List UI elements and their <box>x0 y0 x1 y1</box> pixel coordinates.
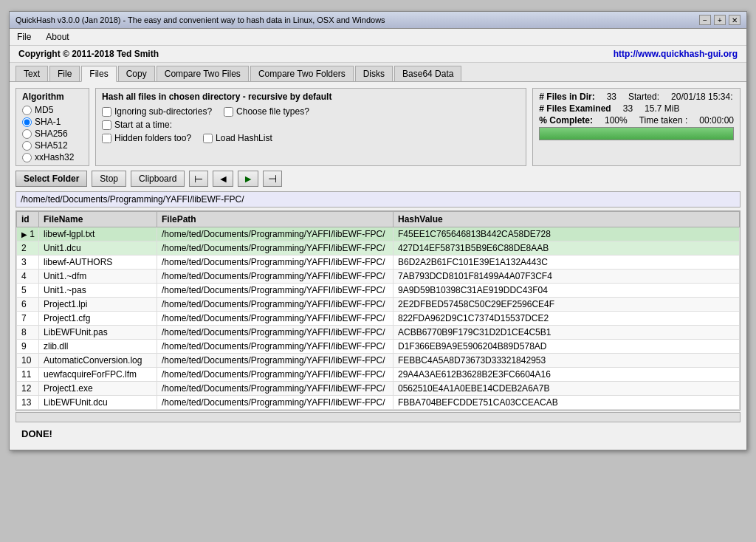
main-window: QuickHash v3.0.0 (Jan 2018) - The easy a… <box>9 11 747 450</box>
select-folder-button[interactable]: Select Folder <box>16 171 87 187</box>
title-bar: QuickHash v3.0.0 (Jan 2018) - The easy a… <box>10 12 746 29</box>
table-row[interactable]: 10AutomaticConversion.log/home/ted/Docum… <box>17 354 740 368</box>
checkbox-ignore-subdirs-input[interactable] <box>102 107 111 117</box>
cell-filepath: /home/ted/Documents/Programming/YAFFI/li… <box>157 241 394 255</box>
maximize-button[interactable]: + <box>714 15 726 25</box>
radio-sha256[interactable]: SHA256 <box>22 128 83 139</box>
tab-base64-data[interactable]: Base64 Data <box>394 66 461 81</box>
files-examined-value: 33 <box>623 103 633 114</box>
cell-id: 10 <box>17 354 39 368</box>
cell-filename: Project1.lpi <box>39 298 157 312</box>
tab-compare-two-files[interactable]: Compare Two Files <box>157 66 249 81</box>
cell-hash: 427D14EF58731B5B9E6C88DE8AAB <box>394 241 740 255</box>
nav-prev-button[interactable]: ◄ <box>213 171 233 187</box>
radio-sha512[interactable]: SHA512 <box>22 140 83 151</box>
started-label: Started: <box>628 92 659 102</box>
menu-about[interactable]: About <box>41 30 73 44</box>
cell-hash: FEBBC4A5A8D73673D33321842953 <box>394 354 740 368</box>
radio-sha1-input[interactable] <box>22 117 32 127</box>
table-row[interactable]: 5Unit1.~pas/home/ted/Documents/Programmi… <box>17 284 740 298</box>
tab-compare-two-folders[interactable]: Compare Two Folders <box>250 66 354 81</box>
menu-file[interactable]: File <box>13 30 35 44</box>
table-row[interactable]: 13LibEWFUnit.dcu/home/ted/Documents/Prog… <box>17 396 740 410</box>
algorithm-title: Algorithm <box>22 92 83 102</box>
cell-hash: 822FDA962D9C1C7374D15537DCE2 <box>394 312 740 326</box>
cell-filepath: /home/ted/Documents/Programming/YAFFI/li… <box>157 284 394 298</box>
nav-next-button[interactable]: ► <box>238 171 258 187</box>
minimize-button[interactable]: − <box>699 15 711 25</box>
cell-filename: zlib.dll <box>39 340 157 354</box>
tab-text[interactable]: Text <box>16 66 48 81</box>
radio-xxhash32-input[interactable] <box>22 153 32 162</box>
cell-hash: 2E2DFBED57458C50C29EF2596CE4F <box>394 298 740 312</box>
cell-filepath: /home/ted/Documents/Programming/YAFFI/li… <box>157 270 394 284</box>
table-row[interactable]: 3libewf-AUTHORS/home/ted/Documents/Progr… <box>17 255 740 270</box>
horizontal-scrollbar[interactable] <box>16 412 740 422</box>
radio-md5-input[interactable] <box>22 106 32 115</box>
radio-sha512-input[interactable] <box>22 141 32 151</box>
close-button[interactable]: ✕ <box>729 15 740 25</box>
checkbox-ignore-subdirs[interactable]: Ignoring sub-directories? <box>102 106 212 117</box>
percent-complete-label: % Complete: <box>539 115 593 126</box>
tab-copy[interactable]: Copy <box>118 66 155 81</box>
cell-filename: libewf-lgpl.txt <box>39 227 157 241</box>
cell-id: 2 <box>17 241 39 255</box>
percent-complete-value: 100% <box>605 115 628 126</box>
table-row[interactable]: 7Project1.cfg/home/ted/Documents/Program… <box>17 312 740 326</box>
checkbox-hidden-folders[interactable]: Hidden folders too? <box>102 133 191 143</box>
options-panel: Hash all files in chosen directory - rec… <box>95 88 526 166</box>
header-hashvalue: HashValue <box>394 212 740 227</box>
header-filename: FileName <box>39 212 157 227</box>
nav-last-button[interactable]: ⊣ <box>263 171 282 187</box>
progress-bar <box>539 127 734 140</box>
checkbox-choose-file-types[interactable]: Choose file types? <box>224 106 309 117</box>
time-taken-label: Time taken : <box>639 115 688 126</box>
top-section: Algorithm MD5 SHA-1 SHA256 SHA512 <box>16 88 740 166</box>
radio-sha1[interactable]: SHA-1 <box>22 117 83 127</box>
progress-bar-fill <box>540 128 733 140</box>
cell-id: 4 <box>17 270 39 284</box>
radio-md5[interactable]: MD5 <box>22 105 83 115</box>
checkbox-load-hashlist-input[interactable] <box>203 134 213 143</box>
table-row[interactable]: 11uewfacquireForFPC.lfm/home/ted/Documen… <box>17 368 740 382</box>
radio-xxhash32[interactable]: xxHash32 <box>22 152 83 162</box>
stats-row-3: % Complete: 100% Time taken : 00:00:00 <box>539 115 734 126</box>
tab-files[interactable]: Files <box>81 66 116 82</box>
tab-bar: Text File Files Copy Compare Two Files C… <box>10 63 746 82</box>
cell-hash: 29A4A3AE612B3628B2E3FC6604A16 <box>394 368 740 382</box>
checkbox-start-at-time-input[interactable] <box>102 120 111 130</box>
cell-id: ▶ 1 <box>17 227 39 241</box>
cell-hash: FBBA704BEFCDDE751CA03CCEACAB <box>394 396 740 410</box>
ignore-subdirs-label: Ignoring sub-directories? <box>114 106 212 117</box>
cell-id: 13 <box>17 396 39 410</box>
website-link[interactable]: http://www.quickhash-gui.org <box>614 49 738 59</box>
algorithm-radio-group: MD5 SHA-1 SHA256 SHA512 xxHash32 <box>22 105 83 162</box>
nav-first-button[interactable]: ⊢ <box>189 171 208 187</box>
table-row[interactable]: 12Project1.exe/home/ted/Documents/Progra… <box>17 382 740 396</box>
options-row-3: Hidden folders too? Load HashList <box>102 133 520 143</box>
cell-filepath: /home/ted/Documents/Programming/YAFFI/li… <box>157 312 394 326</box>
table-row[interactable]: 6Project1.lpi/home/ted/Documents/Program… <box>17 298 740 312</box>
checkbox-load-hashlist[interactable]: Load HashList <box>203 133 272 143</box>
stats-panel: # Files in Dir: 33 Started: 20/01/18 15:… <box>532 88 740 166</box>
table-row[interactable]: ▶ 1libewf-lgpl.txt/home/ted/Documents/Pr… <box>17 227 740 241</box>
checkbox-choose-file-types-input[interactable] <box>224 107 233 117</box>
radio-sha256-input[interactable] <box>22 129 32 139</box>
table-row[interactable]: 2Unit1.dcu/home/ted/Documents/Programmin… <box>17 241 740 255</box>
tab-file[interactable]: File <box>49 66 80 81</box>
options-row-2: Start at a time: <box>102 120 520 130</box>
cell-filename: Project1.cfg <box>39 312 157 326</box>
table-row[interactable]: 9zlib.dll/home/ted/Documents/Programming… <box>17 340 740 354</box>
table-row[interactable]: 8LibEWFUnit.pas/home/ted/Documents/Progr… <box>17 326 740 340</box>
checkbox-start-at-time[interactable]: Start at a time: <box>102 120 172 130</box>
tab-disks[interactable]: Disks <box>355 66 393 81</box>
table-row[interactable]: 4Unit1.~dfm/home/ted/Documents/Programmi… <box>17 270 740 284</box>
cell-id: 3 <box>17 255 39 270</box>
cell-filename: Unit1.dcu <box>39 241 157 255</box>
cell-filepath: /home/ted/Documents/Programming/YAFFI/li… <box>157 354 394 368</box>
stop-button[interactable]: Stop <box>92 171 126 187</box>
options-title: Hash all files in chosen directory - rec… <box>102 92 520 102</box>
checkbox-hidden-folders-input[interactable] <box>102 134 111 143</box>
cell-filepath: /home/ted/Documents/Programming/YAFFI/li… <box>157 326 394 340</box>
clipboard-button[interactable]: Clipboard <box>131 171 185 187</box>
